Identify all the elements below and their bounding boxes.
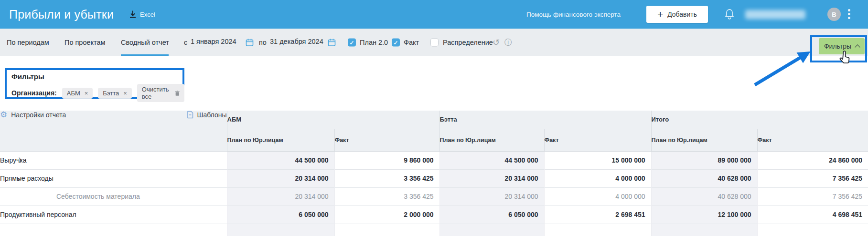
date-from-input[interactable]: 1 января 2024	[191, 38, 236, 47]
cell-value: 6 050 000	[439, 205, 544, 224]
date-to-prefix: по	[259, 39, 267, 46]
cell-value: 2 698 451	[544, 205, 651, 224]
column-group-total: Итого	[651, 111, 868, 129]
filter-chip-betta[interactable]: Бэтта ×	[98, 88, 131, 99]
app-header: Прибыли и убытки Excel Помощь финансовог…	[0, 0, 868, 29]
clear-all-chip[interactable]: Очистить все	[137, 84, 185, 102]
tab-by-projects[interactable]: По проектам	[64, 39, 106, 46]
column-group-abm: АБМ	[227, 111, 439, 129]
cell-value: 9 860 000	[334, 151, 439, 169]
subcolumn-fact: Факт	[757, 129, 868, 151]
filters-panel-title: Фильтры	[11, 72, 44, 81]
column-group-betta: Бэтта	[439, 111, 651, 129]
avatar[interactable]: B	[827, 8, 841, 21]
info-icon[interactable]: ⓘ	[504, 39, 512, 46]
expert-help-link[interactable]: Помощь финансового эксперта	[526, 11, 621, 18]
checkbox-plan-2-0[interactable]: ✓	[348, 39, 356, 47]
cell-value: 7 356 425	[757, 169, 868, 187]
remove-chip-icon[interactable]: ×	[123, 90, 127, 96]
profit-loss-page: Прибыли и убытки Excel Помощь финансовог…	[0, 0, 868, 236]
check-icon: ✓	[349, 40, 354, 45]
cell-value: 40 628 000	[651, 187, 757, 205]
filters-panel: Фильтры Организация: АБМ × Бэтта × Очист…	[5, 68, 184, 99]
user-name-redacted	[745, 10, 805, 19]
cell-value: 20 314 000	[439, 169, 544, 187]
trash-icon	[175, 90, 180, 97]
report-toolbar: По периодам По проектам Сводный отчет с …	[0, 29, 868, 56]
cell-value: 44 500 000	[439, 151, 544, 169]
plus-icon: +	[657, 9, 663, 19]
tab-summary-report[interactable]: Сводный отчет	[121, 39, 169, 46]
remove-chip-icon[interactable]: ×	[85, 90, 88, 96]
filter-chip-abm[interactable]: АБМ ×	[62, 88, 93, 99]
export-excel-button[interactable]: Excel	[129, 10, 155, 19]
subcolumn-plan: План по Юр.лицам	[439, 129, 544, 151]
check-icon: ✓	[393, 40, 398, 45]
table-row-revenue: Выручка 44 500 000 9 860 000 44 500 000 …	[0, 151, 868, 169]
cell-value: 15 000 000	[544, 151, 651, 169]
calendar-icon[interactable]	[246, 39, 254, 47]
table-row-partial	[0, 224, 868, 236]
checkbox-distribution[interactable]	[430, 39, 439, 47]
cell-value: 2 000 000	[334, 205, 439, 224]
add-button[interactable]: + Добавить	[646, 6, 708, 23]
kebab-menu-icon[interactable]	[847, 8, 851, 20]
cell-value: 6 050 000	[227, 205, 334, 224]
pnl-table: ⚙ Настройки отчета Шаблоны	[0, 111, 868, 236]
checkbox-distribution-label: Распределение	[443, 39, 493, 46]
chevron-up-icon	[855, 44, 860, 50]
cell-value: 24 860 000	[757, 151, 868, 169]
organization-field-label: Организация:	[11, 89, 57, 97]
table-row-material-cost: Себестоимость материала 20 314 000 3 356…	[0, 187, 868, 205]
subcolumn-fact: Факт	[544, 129, 651, 151]
cell-value: 44 500 000	[227, 151, 334, 169]
table-row-direct-costs: Прямые расходы 20 314 000 3 356 425 20 3…	[0, 169, 868, 187]
table-row-productive-staff: Продуктивный персонал 6 050 000 2 000 00…	[0, 205, 868, 224]
cell-value: 4 000 000	[544, 169, 651, 187]
cell-value: 12 100 000	[651, 205, 757, 224]
checkbox-fact[interactable]: ✓	[392, 39, 400, 47]
checkbox-plan-2-0-label: План 2.0	[360, 39, 388, 46]
calendar-icon[interactable]	[328, 39, 336, 47]
cell-value: 20 314 000	[439, 187, 544, 205]
cell-value: 7 356 425	[757, 187, 868, 205]
report-settings-button[interactable]: ⚙ Настройки отчета	[0, 111, 66, 119]
cell-value: 4 000 000	[544, 187, 651, 205]
notifications-bell-icon[interactable]	[724, 8, 735, 21]
gear-icon: ⚙	[0, 111, 7, 119]
subcolumn-fact: Факт	[334, 129, 439, 151]
date-from-prefix: с	[184, 39, 187, 46]
row-label: Продуктивный персонал	[0, 211, 76, 218]
subcolumn-plan: План по Юр.лицам	[651, 129, 757, 151]
templates-button[interactable]: Шаблоны	[187, 111, 227, 119]
cell-value: 89 000 000	[651, 151, 757, 169]
row-label: Прямые расходы	[0, 174, 54, 182]
filters-toggle-button[interactable]: Фильтры	[819, 38, 865, 54]
cell-value: 4 698 451	[757, 205, 868, 224]
cell-value: 40 628 000	[651, 169, 757, 187]
cell-value: 3 356 425	[334, 169, 439, 187]
page-title: Прибыли и убытки	[9, 8, 114, 21]
excel-label: Excel	[140, 11, 155, 18]
subcolumn-plan: План по Юр.лицам	[227, 129, 334, 151]
checkbox-fact-label: Факт	[404, 39, 419, 46]
table-corner-cell: ⚙ Настройки отчета Шаблоны	[0, 111, 227, 151]
reset-undo-icon[interactable]: ↺	[493, 38, 500, 47]
date-to-input[interactable]: 31 декабря 2024	[270, 38, 323, 47]
cell-value: 20 314 000	[227, 169, 334, 187]
tab-by-periods[interactable]: По периодам	[7, 39, 49, 46]
cell-value: 3 356 425	[334, 187, 439, 205]
download-icon	[129, 10, 137, 19]
row-label: Выручка	[0, 156, 27, 164]
row-label: Себестоимость материала	[56, 193, 140, 200]
active-tab-underline	[121, 54, 169, 56]
document-icon	[187, 111, 193, 119]
cell-value: 20 314 000	[227, 187, 334, 205]
